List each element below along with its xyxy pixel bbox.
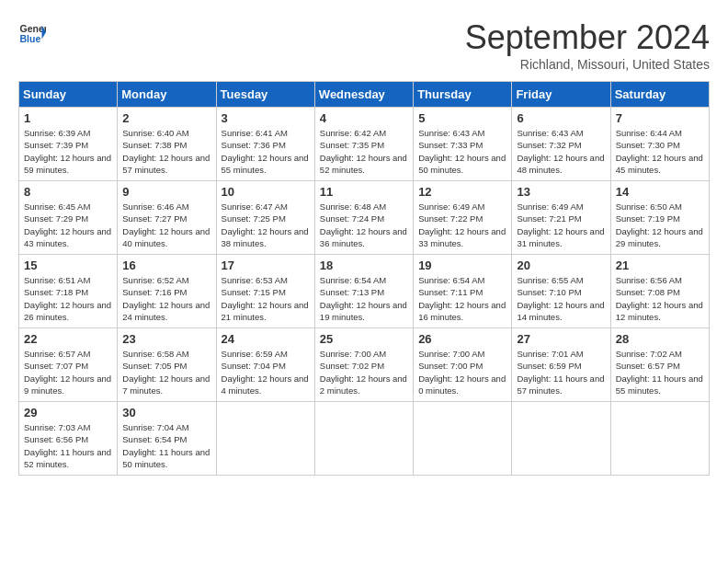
day-number: 29 xyxy=(24,406,112,419)
day-info: Sunrise: 6:42 AMSunset: 7:35 PMDaylight:… xyxy=(320,127,408,176)
day-number: 1 xyxy=(24,111,112,125)
day-14: 14Sunrise: 6:50 AMSunset: 7:19 PMDayligh… xyxy=(610,181,709,255)
week-row-3: 15Sunrise: 6:51 AMSunset: 7:18 PMDayligh… xyxy=(19,255,710,328)
day-info: Sunrise: 6:49 AMSunset: 7:22 PMDaylight:… xyxy=(418,201,506,249)
day-info: Sunrise: 7:04 AMSunset: 6:54 PMDaylight:… xyxy=(122,421,210,470)
day-number: 13 xyxy=(517,185,605,199)
day-5: 5Sunrise: 6:43 AMSunset: 7:33 PMDaylight… xyxy=(414,108,512,181)
day-info: Sunrise: 6:50 AMSunset: 7:19 PMDaylight:… xyxy=(616,201,704,249)
day-number: 10 xyxy=(222,185,310,199)
day-number: 7 xyxy=(616,111,704,125)
day-number: 22 xyxy=(24,332,112,346)
day-number: 5 xyxy=(418,111,506,125)
day-info: Sunrise: 6:53 AMSunset: 7:15 PMDaylight:… xyxy=(222,274,310,323)
day-info: Sunrise: 6:43 AMSunset: 7:33 PMDaylight:… xyxy=(418,127,506,176)
day-19: 19Sunrise: 6:54 AMSunset: 7:11 PMDayligh… xyxy=(414,255,512,328)
day-3: 3Sunrise: 6:41 AMSunset: 7:36 PMDaylight… xyxy=(216,108,314,181)
day-21: 21Sunrise: 6:56 AMSunset: 7:08 PMDayligh… xyxy=(610,255,709,328)
logo-icon: General Blue xyxy=(18,18,46,46)
day-number: 6 xyxy=(517,111,605,125)
empty-day xyxy=(216,402,314,476)
day-number: 28 xyxy=(616,332,704,346)
empty-day xyxy=(610,402,709,476)
empty-day xyxy=(314,402,413,476)
day-number: 19 xyxy=(418,259,506,272)
day-number: 25 xyxy=(320,332,408,346)
day-info: Sunrise: 6:41 AMSunset: 7:36 PMDaylight:… xyxy=(222,127,310,176)
day-number: 15 xyxy=(24,259,112,272)
day-27: 27Sunrise: 7:01 AMSunset: 6:59 PMDayligh… xyxy=(512,328,610,402)
day-info: Sunrise: 7:01 AMSunset: 6:59 PMDaylight:… xyxy=(517,348,605,396)
location-subtitle: Richland, Missouri, United States xyxy=(465,57,710,72)
day-number: 9 xyxy=(122,185,210,199)
week-row-1: 1Sunrise: 6:39 AMSunset: 7:39 PMDaylight… xyxy=(19,108,710,181)
day-24: 24Sunrise: 6:59 AMSunset: 7:04 PMDayligh… xyxy=(216,328,314,402)
day-number: 2 xyxy=(122,111,210,125)
day-info: Sunrise: 7:02 AMSunset: 6:57 PMDaylight:… xyxy=(616,348,704,396)
day-number: 21 xyxy=(616,259,704,272)
day-11: 11Sunrise: 6:48 AMSunset: 7:24 PMDayligh… xyxy=(314,181,413,255)
day-info: Sunrise: 6:56 AMSunset: 7:08 PMDaylight:… xyxy=(616,274,704,323)
col-saturday: Saturday xyxy=(610,82,709,108)
day-30: 30Sunrise: 7:04 AMSunset: 6:54 PMDayligh… xyxy=(118,402,216,476)
day-number: 14 xyxy=(616,185,704,199)
day-number: 17 xyxy=(222,259,310,272)
day-info: Sunrise: 6:52 AMSunset: 7:16 PMDaylight:… xyxy=(122,274,210,323)
day-info: Sunrise: 6:58 AMSunset: 7:05 PMDaylight:… xyxy=(122,348,210,396)
svg-text:Blue: Blue xyxy=(20,33,41,44)
day-info: Sunrise: 6:51 AMSunset: 7:18 PMDaylight:… xyxy=(24,274,112,323)
day-info: Sunrise: 6:57 AMSunset: 7:07 PMDaylight:… xyxy=(24,348,112,396)
day-4: 4Sunrise: 6:42 AMSunset: 7:35 PMDaylight… xyxy=(314,108,413,181)
day-29: 29Sunrise: 7:03 AMSunset: 6:56 PMDayligh… xyxy=(19,402,118,476)
empty-day xyxy=(414,402,512,476)
day-26: 26Sunrise: 7:00 AMSunset: 7:00 PMDayligh… xyxy=(414,328,512,402)
page-header: General Blue September 2024 Richland, Mi… xyxy=(18,18,710,72)
day-1: 1Sunrise: 6:39 AMSunset: 7:39 PMDaylight… xyxy=(19,108,118,181)
day-number: 8 xyxy=(24,185,112,199)
day-info: Sunrise: 6:44 AMSunset: 7:30 PMDaylight:… xyxy=(616,127,704,176)
day-number: 18 xyxy=(320,259,408,272)
day-info: Sunrise: 6:47 AMSunset: 7:25 PMDaylight:… xyxy=(222,201,310,249)
day-20: 20Sunrise: 6:55 AMSunset: 7:10 PMDayligh… xyxy=(512,255,610,328)
day-info: Sunrise: 6:55 AMSunset: 7:10 PMDaylight:… xyxy=(517,274,605,323)
day-info: Sunrise: 6:43 AMSunset: 7:32 PMDaylight:… xyxy=(517,127,605,176)
calendar-table: Sunday Monday Tuesday Wednesday Thursday… xyxy=(18,81,710,476)
title-area: September 2024 Richland, Missouri, Unite… xyxy=(465,18,710,72)
day-18: 18Sunrise: 6:54 AMSunset: 7:13 PMDayligh… xyxy=(314,255,413,328)
day-12: 12Sunrise: 6:49 AMSunset: 7:22 PMDayligh… xyxy=(414,181,512,255)
day-16: 16Sunrise: 6:52 AMSunset: 7:16 PMDayligh… xyxy=(118,255,216,328)
logo: General Blue xyxy=(18,18,46,46)
day-9: 9Sunrise: 6:46 AMSunset: 7:27 PMDaylight… xyxy=(118,181,216,255)
day-number: 23 xyxy=(122,332,210,346)
day-28: 28Sunrise: 7:02 AMSunset: 6:57 PMDayligh… xyxy=(610,328,709,402)
day-info: Sunrise: 6:59 AMSunset: 7:04 PMDaylight:… xyxy=(222,348,310,396)
day-info: Sunrise: 6:49 AMSunset: 7:21 PMDaylight:… xyxy=(517,201,605,249)
day-info: Sunrise: 6:48 AMSunset: 7:24 PMDaylight:… xyxy=(320,201,408,249)
day-number: 20 xyxy=(517,259,605,272)
day-22: 22Sunrise: 6:57 AMSunset: 7:07 PMDayligh… xyxy=(19,328,118,402)
day-number: 3 xyxy=(222,111,310,125)
col-sunday: Sunday xyxy=(19,82,118,108)
day-6: 6Sunrise: 6:43 AMSunset: 7:32 PMDaylight… xyxy=(512,108,610,181)
day-15: 15Sunrise: 6:51 AMSunset: 7:18 PMDayligh… xyxy=(19,255,118,328)
col-wednesday: Wednesday xyxy=(314,82,413,108)
day-info: Sunrise: 6:45 AMSunset: 7:29 PMDaylight:… xyxy=(24,201,112,249)
day-info: Sunrise: 6:54 AMSunset: 7:13 PMDaylight:… xyxy=(320,274,408,323)
day-2: 2Sunrise: 6:40 AMSunset: 7:38 PMDaylight… xyxy=(118,108,216,181)
day-number: 24 xyxy=(222,332,310,346)
col-monday: Monday xyxy=(118,82,216,108)
col-tuesday: Tuesday xyxy=(216,82,314,108)
day-number: 16 xyxy=(122,259,210,272)
week-row-2: 8Sunrise: 6:45 AMSunset: 7:29 PMDaylight… xyxy=(19,181,710,255)
empty-day xyxy=(512,402,610,476)
month-title: September 2024 xyxy=(465,18,710,57)
day-info: Sunrise: 7:00 AMSunset: 7:02 PMDaylight:… xyxy=(320,348,408,396)
week-row-4: 22Sunrise: 6:57 AMSunset: 7:07 PMDayligh… xyxy=(19,328,710,402)
day-10: 10Sunrise: 6:47 AMSunset: 7:25 PMDayligh… xyxy=(216,181,314,255)
day-number: 30 xyxy=(122,406,210,419)
day-number: 11 xyxy=(320,185,408,199)
header-row: Sunday Monday Tuesday Wednesday Thursday… xyxy=(19,82,710,108)
day-info: Sunrise: 6:46 AMSunset: 7:27 PMDaylight:… xyxy=(122,201,210,249)
day-info: Sunrise: 6:54 AMSunset: 7:11 PMDaylight:… xyxy=(418,274,506,323)
day-info: Sunrise: 7:03 AMSunset: 6:56 PMDaylight:… xyxy=(24,421,112,470)
